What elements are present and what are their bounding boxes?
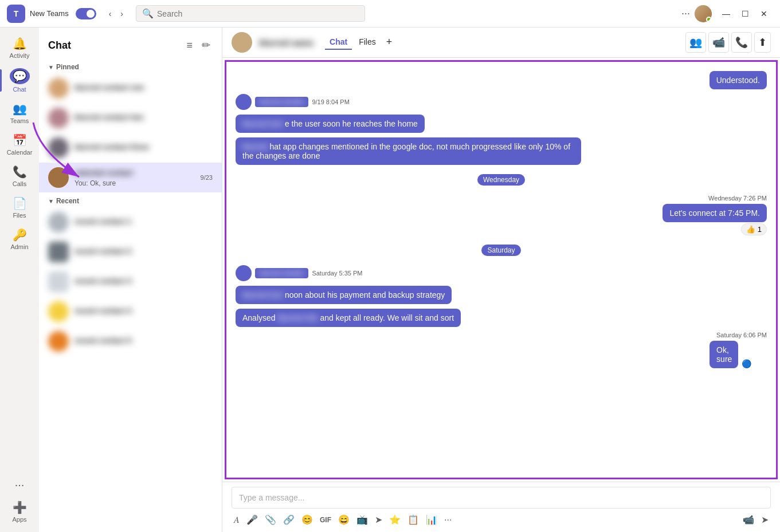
tab-files[interactable]: Files (354, 35, 381, 50)
apps-label: Apps (12, 516, 26, 523)
sticker-button[interactable]: 😄 (336, 512, 352, 527)
chat-label: Chat (13, 86, 26, 93)
audio-message-button[interactable]: 🎤 (244, 512, 260, 527)
emoji-button[interactable]: 😊 (299, 512, 315, 527)
sidebar-item-activity[interactable]: 🔔 Activity (0, 32, 39, 64)
activity-icon: 🔔 (13, 37, 27, 50)
main-area: 🔔 Activity 💬 Chat 👥 Teams 📅 Calendar 📞 C… (0, 27, 780, 532)
sidebar-nav: 🔔 Activity 💬 Chat 👥 Teams 📅 Calendar 📞 C… (0, 27, 39, 532)
nav-back-button[interactable]: ‹ (105, 7, 115, 21)
avatar (48, 137, 69, 158)
conversation-header: blurred name Chat Files + 👥 📹 📞 ⬆ (222, 27, 780, 58)
audio-call-button[interactable]: 📞 (731, 32, 752, 53)
messages-container[interactable]: Understood. blurred sender 9/19 8:04 PM … (225, 60, 778, 479)
logo-text: T (14, 9, 19, 18)
whiteboard-button[interactable]: 📋 (405, 512, 421, 527)
message-row: Wednesday 7:26 PM Let's connect at 7:45 … (236, 195, 767, 235)
conversation-actions: 👥 📹 📞 ⬆ (685, 32, 771, 53)
extension-button[interactable]: 📊 (424, 512, 440, 527)
selected-chat-item[interactable]: selected contact You: Ok, sure 9/23 (39, 163, 222, 192)
new-teams-toggle[interactable] (76, 8, 96, 19)
chat-item-name: blurred contact two (75, 113, 144, 121)
immersive-button[interactable]: 📺 (354, 512, 370, 527)
nav-buttons: ‹ › (105, 7, 127, 21)
nav-forward-button[interactable]: › (117, 7, 127, 21)
sidebar-item-chat[interactable]: 💬 Chat (0, 64, 39, 97)
sidebar-item-teams[interactable]: 👥 Teams (0, 97, 39, 129)
list-item[interactable]: recent contact 1 (39, 207, 222, 237)
outgoing-message: Ok, sure (710, 341, 738, 368)
minimize-button[interactable]: — (716, 7, 736, 21)
close-button[interactable]: ✕ (755, 7, 773, 21)
gif-button[interactable]: GIF (318, 514, 334, 526)
share-screen-button[interactable]: ⬆ (754, 32, 771, 53)
chat-item-info: recent contact 4 (75, 306, 213, 317)
list-item[interactable]: recent contact 5 (39, 326, 222, 356)
list-item[interactable]: recent contact 4 (39, 297, 222, 326)
chat-panel: Chat ≡ ✏ ▼ Pinned blurred contact one bl… (39, 27, 222, 532)
chat-item-time: 9/23 (201, 174, 213, 181)
files-label: Files (13, 212, 26, 219)
message-row: blurred text e the user soon he reaches … (236, 115, 767, 133)
more-actions-button[interactable]: ··· (442, 513, 454, 527)
message-row: blurred text noon about his payment and … (236, 286, 767, 304)
window-controls: — ☐ ✕ (716, 7, 773, 21)
chat-item-name: recent contact 2 (75, 247, 132, 255)
format-text-button[interactable]: 𝐴 (232, 513, 242, 527)
send-button[interactable]: ➤ (759, 512, 771, 527)
app-logo: T (7, 5, 25, 23)
sidebar-item-files[interactable]: 📄 Files (0, 192, 39, 223)
conversation-area: blurred name Chat Files + 👥 📹 📞 ⬆ Unders… (222, 27, 780, 532)
list-item[interactable]: blurred contact two (39, 103, 222, 133)
message-row: Understood. (236, 71, 767, 89)
pinned-label: Pinned (56, 63, 79, 71)
meet-now-button[interactable]: 📹 (740, 512, 757, 527)
sidebar-item-calls[interactable]: 📞 Calls (0, 160, 39, 192)
compose-button[interactable]: ✏ (199, 37, 213, 54)
more-options-button[interactable]: ··· (681, 7, 690, 19)
incoming-header-row: blurred sender Saturday 5:35 PM (236, 265, 362, 281)
sidebar-item-calendar[interactable]: 📅 Calendar (0, 129, 39, 160)
list-item[interactable]: blurred contact one (39, 73, 222, 103)
incoming-header-row: blurred sender 9/19 8:04 PM (236, 94, 350, 110)
calendar-label: Calendar (7, 149, 33, 156)
nav-more-dots[interactable]: ··· (15, 478, 25, 491)
filter-button[interactable]: ≡ (184, 37, 195, 54)
recent-label: Recent (56, 197, 79, 205)
attach-file-button[interactable]: 📎 (262, 512, 279, 527)
sidebar-item-apps[interactable]: ➕ Apps (0, 496, 39, 527)
avatar[interactable] (695, 5, 712, 22)
tab-add-button[interactable]: + (383, 35, 396, 50)
search-input[interactable] (157, 9, 359, 18)
chat-item-name: recent contact 4 (75, 306, 132, 315)
message-row: Analysed blurred info and kept all ready… (236, 309, 767, 327)
tab-chat[interactable]: Chat (325, 35, 352, 50)
maximize-button[interactable]: ☐ (736, 7, 755, 21)
sidebar-item-admin[interactable]: 🔑 Admin (0, 223, 39, 255)
online-indicator (706, 17, 712, 22)
chat-icon: 💬 (10, 68, 30, 84)
recent-section-header[interactable]: ▼ Recent (39, 192, 222, 207)
activity-label: Activity (10, 52, 30, 59)
list-item[interactable]: recent contact 2 (39, 237, 222, 267)
send-schedule-button[interactable]: ➤ (373, 512, 385, 527)
chat-item-info: recent contact 2 (75, 247, 213, 258)
calls-label: Calls (13, 180, 26, 187)
incoming-message: blurred hat app changes mentioned in the… (236, 137, 581, 165)
pinned-section-header[interactable]: ▼ Pinned (39, 58, 222, 73)
loop-button[interactable]: 🔗 (281, 512, 297, 527)
teams-icon: 👥 (13, 102, 27, 116)
participants-button[interactable]: 👥 (685, 32, 706, 53)
chat-panel-header: Chat ≡ ✏ (39, 27, 222, 58)
app-name: New Teams (30, 9, 69, 18)
outgoing-message: Let's connect at 7:45 PM. (663, 204, 767, 222)
titlebar: T New Teams ‹ › 🔍 ··· — ☐ ✕ (0, 0, 780, 27)
message-input-box[interactable]: Type a message... (232, 487, 771, 509)
search-box[interactable]: 🔍 (136, 5, 365, 22)
chat-item-name: blurred contact three (75, 143, 149, 151)
contact-name: blurred name (259, 38, 313, 48)
list-item[interactable]: blurred contact three (39, 133, 222, 163)
praise-button[interactable]: ⭐ (387, 512, 403, 527)
list-item[interactable]: recent contact 3 (39, 267, 222, 297)
video-call-button[interactable]: 📹 (708, 32, 729, 53)
